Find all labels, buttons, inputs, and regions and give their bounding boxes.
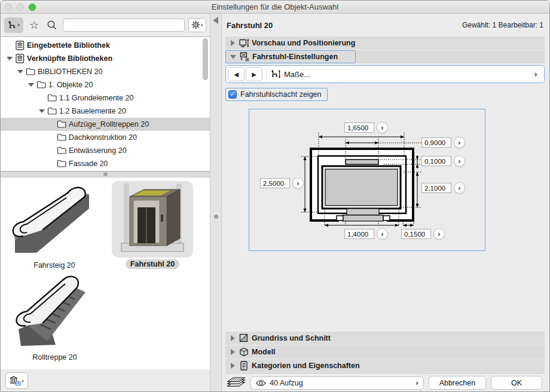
disclosure-triangle-icon[interactable] <box>228 363 237 369</box>
show-elevator-shaft-checkbox[interactable]: ✓ Fahrstuhlschacht zeigen <box>225 88 328 101</box>
masse-page-icon <box>270 69 282 79</box>
door-width-field[interactable] <box>421 137 451 148</box>
tree-item-objekte-20[interactable]: 1. Objekte 20 <box>1 78 210 91</box>
elevator-dimension-diagram: › › › › › › › <box>249 109 485 251</box>
dialog-footer: 40 Aufzug › Abbrechen OK <box>225 373 545 392</box>
tree-item-fassade-20[interactable]: Fassade 20 <box>1 157 210 170</box>
preview-position-icon <box>237 38 250 48</box>
ok-button[interactable]: OK <box>491 376 542 390</box>
library-document-icon <box>14 54 26 63</box>
cab-width-menu-button[interactable]: › <box>377 228 388 240</box>
tree-item-eingebettete-bibliothek[interactable]: Eingebettete Bibliothek <box>1 39 210 52</box>
settings-page-navigator: ◀ ▶ Maße... › <box>225 65 545 83</box>
wall-thickness-menu-button[interactable]: › <box>433 228 445 240</box>
cab-width-field[interactable] <box>344 229 374 239</box>
object-item-rolltreppe[interactable]: Rolltreppe 20 <box>11 274 98 362</box>
shaft-width-menu-button[interactable]: › <box>377 122 388 133</box>
disclosure-triangle-icon[interactable] <box>5 57 14 60</box>
section-fahrstuhl-einstellungen[interactable]: Fahrstuhl-Einstellungen <box>225 50 545 63</box>
door-width-menu-button[interactable]: › <box>454 137 465 148</box>
star-icon: ☆ <box>29 20 39 30</box>
section-label: Grundriss und Schnitt <box>252 334 331 342</box>
counterweight-depth-field[interactable] <box>421 156 451 166</box>
object-thumbnail-list: Fahrsteig 20 <box>1 177 210 369</box>
shaft-depth-field[interactable] <box>260 178 290 188</box>
library-tree: Eingebettete Bibliothek Verknüpfte Bibli… <box>1 36 210 172</box>
disclosure-triangle-icon[interactable] <box>27 83 35 87</box>
title-bar[interactable]: Einstellungen für die Objekt-Auswahl <box>1 1 549 14</box>
folder-icon <box>56 120 68 128</box>
collapse-panel-icon[interactable] <box>213 17 218 24</box>
object-settings-dialog: Einstellungen für die Objekt-Auswahl › ☆ <box>0 0 550 392</box>
settings-panel: Fahrstuhl 20 Gewählt: 1 Bearbeitbar: 1 V… <box>222 14 549 392</box>
tree-thumbnail-splitter[interactable] <box>1 172 210 177</box>
object-item-fahrstuhl[interactable]: Fahrstuhl 20 <box>112 181 193 269</box>
shaft-depth-menu-button[interactable]: › <box>292 177 304 189</box>
folder-icon <box>46 94 58 102</box>
library-icon <box>10 376 21 386</box>
layer-selector[interactable]: 40 Aufzug › <box>250 376 424 390</box>
panel-divider[interactable] <box>210 14 222 392</box>
object-item-label: Fahrstuhl 20 <box>126 259 179 269</box>
tree-item-grundelemente-20[interactable]: 1.1 Grundelemente 20 <box>1 91 210 105</box>
arrow-right-icon: ▶ <box>252 71 256 78</box>
tree-item-dachkonstruktion-20[interactable]: Dachkonstruktion 20 <box>1 131 210 144</box>
section-kategorien-und-eigenschaften[interactable]: Kategorien und Eigenschaften <box>225 359 545 372</box>
library-browser-panel: › ☆ <box>1 14 210 392</box>
section-vorschau-und-positionierung[interactable]: Vorschau und Positionierung <box>225 36 545 50</box>
next-page-button[interactable]: ▶ <box>246 67 262 81</box>
tree-item-label: Dachkonstruktion 20 <box>69 133 137 142</box>
disclosure-triangle-icon[interactable] <box>38 109 46 113</box>
folder-icon <box>56 146 68 154</box>
tree-item-entwaesserung-20[interactable]: Entwässerung 20 <box>1 144 210 157</box>
section-grundriss-und-schnitt[interactable]: Grundriss und Schnitt <box>225 332 545 345</box>
zoom-window-button[interactable] <box>29 4 36 11</box>
counterweight-depth-menu-button[interactable]: › <box>454 155 465 167</box>
chevron-right-icon: › <box>22 377 25 385</box>
tree-item-aufzuege-rolltreppen-20[interactable]: Aufzüge_Rolltreppen 20 <box>1 118 210 131</box>
model-cube-icon <box>237 347 250 357</box>
tree-item-bauelemente-20[interactable]: 1.2 Bauelemente 20 <box>1 105 210 118</box>
tree-item-label: BIBLIOTHEKEN 20 <box>38 68 102 76</box>
cab-depth-field[interactable] <box>421 183 451 193</box>
tree-scrollbar[interactable] <box>202 38 209 169</box>
search-input[interactable] <box>63 19 185 32</box>
object-type-button[interactable]: › <box>4 17 23 33</box>
favorites-button[interactable]: ☆ <box>27 17 41 33</box>
chevron-right-icon: › <box>17 21 20 29</box>
settings-menu-button[interactable]: › <box>188 18 206 32</box>
current-page-label[interactable]: Maße... <box>284 70 310 79</box>
object-settings-icon <box>238 52 251 62</box>
cab-depth-menu-button[interactable]: › <box>454 182 465 194</box>
library-manager-button[interactable]: › <box>5 372 28 389</box>
disclosure-triangle-icon[interactable] <box>228 40 237 46</box>
section-label: Fahrstuhl-Einstellungen <box>252 53 338 61</box>
settings-header: Fahrstuhl 20 Gewählt: 1 Bearbeitbar: 1 <box>225 19 545 36</box>
minimize-window-button[interactable] <box>17 4 24 11</box>
tree-item-label: 1.2 Bauelemente 20 <box>59 107 126 115</box>
shaft-width-field[interactable] <box>344 122 374 133</box>
folder-icon <box>56 160 68 167</box>
previous-page-button[interactable]: ◀ <box>228 67 245 81</box>
close-window-button[interactable] <box>5 4 12 11</box>
tree-item-bibliotheken-20[interactable]: BIBLIOTHEKEN 20 <box>1 65 210 78</box>
cancel-button[interactable]: Abbrechen <box>429 376 486 390</box>
tree-item-verknuepfte-bibliotheken[interactable]: Verknüpfte Bibliotheken <box>1 52 210 65</box>
layers-icon <box>227 377 246 388</box>
chevron-right-icon[interactable]: › <box>534 69 537 79</box>
object-item-label: Rolltreppe 20 <box>28 353 81 362</box>
tree-item-label: 1. Objekte 20 <box>48 81 93 89</box>
disclosure-triangle-icon[interactable] <box>228 335 237 341</box>
folder-icon <box>25 68 36 75</box>
disclosure-triangle-icon[interactable] <box>228 55 238 59</box>
object-item-fahrsteig[interactable]: Fahrsteig 20 <box>7 182 102 270</box>
wall-thickness-field[interactable] <box>401 229 431 239</box>
chevron-right-icon: › <box>415 378 418 387</box>
search-button[interactable] <box>45 17 59 33</box>
section-modell[interactable]: Modell <box>225 345 545 359</box>
disclosure-triangle-icon[interactable] <box>16 70 25 74</box>
scrollbar-thumb[interactable] <box>203 38 208 80</box>
folder-icon <box>56 133 68 141</box>
arrow-left-icon: ◀ <box>234 71 239 78</box>
disclosure-triangle-icon[interactable] <box>228 349 237 355</box>
